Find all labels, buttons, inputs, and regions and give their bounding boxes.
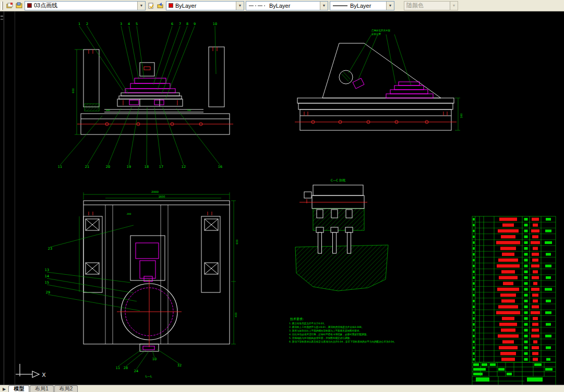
svg-text:600: 600 — [235, 239, 238, 244]
plan-view — [79, 192, 236, 351]
svg-text:13: 13 — [45, 268, 49, 272]
svg-text:X: X — [42, 372, 46, 378]
front-hatch-region — [85, 104, 99, 111]
svg-text:21: 21 — [85, 165, 89, 169]
svg-text:1600: 1600 — [159, 195, 165, 198]
plot-style-dropdown: 随颜色 ▼ — [404, 1, 458, 10]
svg-text:16: 16 — [218, 165, 222, 169]
svg-text:C—C 剖视: C—C 剖视 — [331, 178, 345, 182]
svg-text:安装位置: 安装位置 — [371, 33, 381, 35]
lineweight-sample-icon — [332, 4, 348, 8]
dynamic-annotations: 1234567891011212019181712162313141529112… — [42, 22, 556, 378]
dropdown-arrow-icon: ▼ — [450, 2, 458, 10]
svg-text:2. 两导轨上工作面的平行度≤0.01，两导轨的直线度允差全: 2. 两导轨上工作面的平行度≤0.01，两导轨的直线度允差全长0.008。 — [289, 325, 364, 329]
color-dropdown[interactable]: ByLayer ▼ — [166, 1, 244, 10]
svg-text:28: 28 — [124, 366, 128, 370]
svg-text:24: 24 — [134, 369, 138, 373]
layer-color-swatch — [27, 3, 32, 8]
dropdown-arrow-icon[interactable]: ▼ — [137, 2, 145, 10]
svg-text:1. 两立柱等高度允差不大于0.03。: 1. 两立柱等高度允差不大于0.03。 — [289, 322, 326, 325]
svg-text:5. 直线电机与传动机构连接牢固，并按图样规定进行调整。: 5. 直线电机与传动机构连接牢固，并按图样规定进行调整。 — [289, 336, 352, 340]
current-linetype-name: ByLayer — [269, 3, 320, 9]
svg-text:17: 17 — [159, 165, 163, 169]
current-layer-name: 03点画线 — [34, 2, 137, 9]
svg-text:29: 29 — [46, 290, 50, 295]
svg-text:19: 19 — [127, 165, 131, 169]
linetype-dropdown[interactable]: ByLayer ▼ — [246, 1, 328, 10]
svg-text:2000: 2000 — [151, 190, 159, 193]
svg-text:6: 6 — [171, 22, 173, 26]
svg-text:7: 7 — [179, 22, 181, 26]
svg-text:4. 丝杠传动必须灵活可靠，运转时不得有卡滞现象，必要时重新: 4. 丝杠传动必须灵活可靠，运转时不得有卡滞现象，必要时重新装配调整。 — [289, 333, 369, 336]
svg-text:15: 15 — [45, 280, 49, 285]
svg-text:11: 11 — [58, 165, 62, 169]
layer-properties-manager-icon[interactable] — [6, 2, 14, 9]
layer-dropdown[interactable]: 03点画线 ▼ — [25, 1, 146, 10]
current-color-name: ByLayer — [175, 3, 236, 9]
front-view — [75, 47, 233, 134]
tab-nav-icon[interactable]: ▶ — [2, 387, 8, 392]
svg-text:200: 200 — [127, 213, 131, 215]
svg-text:32: 32 — [177, 363, 182, 368]
layer-states-manager-icon[interactable] — [15, 2, 23, 9]
svg-text:L—L: L—L — [146, 374, 152, 378]
svg-text:6. 滑动下导轨基体以及压板定位基准方向允差0.04，安装下: 6. 滑动下导轨基体以及压板定位基准方向允差0.04，安装下导轨基体的水平方向的… — [289, 340, 396, 344]
svg-text:乙轴接近开关支架: 乙轴接近开关支架 — [371, 29, 391, 32]
dropdown-arrow-icon[interactable]: ▼ — [386, 2, 394, 10]
svg-text:23: 23 — [48, 247, 52, 251]
svg-text:5: 5 — [136, 22, 138, 26]
tab-model[interactable]: 模型 — [8, 385, 29, 392]
svg-text:14: 14 — [45, 274, 49, 278]
dropdown-arrow-icon[interactable]: ▼ — [236, 2, 244, 10]
ucs-icon — [16, 364, 39, 377]
svg-text:3. 滑座与滚珠丝杠上平面的横向导轨面与上平面垂直度按图样要: 3. 滑座与滚珠丝杠上平面的横向导轨面与上平面垂直度按图样要求。 — [289, 329, 362, 333]
layout-tab-bar: ▶ 模型 布局1 布局2 — [0, 385, 564, 392]
make-object-layer-current-icon[interactable] — [147, 2, 155, 9]
left-dock-edge — [1, 11, 15, 385]
svg-text:1: 1 — [78, 22, 80, 26]
svg-text:700: 700 — [187, 109, 191, 112]
svg-text:3: 3 — [120, 22, 122, 26]
layer-previous-icon[interactable] — [157, 2, 164, 9]
autocad-window: 03点画线 ▼ ByLayer ▼ ByLayer ▼ ByLayer ▼ — [0, 0, 564, 392]
svg-text:2: 2 — [86, 22, 88, 26]
section-view — [295, 185, 388, 291]
toolbar-grip[interactable] — [1, 2, 3, 10]
svg-text:650: 650 — [106, 109, 110, 112]
object-properties-toolbar: 03点画线 ▼ ByLayer ▼ ByLayer ▼ ByLayer ▼ — [0, 0, 564, 11]
svg-text:9: 9 — [194, 22, 196, 26]
linetype-sample-icon — [248, 4, 267, 8]
lineweight-dropdown[interactable]: ByLayer ▼ — [330, 1, 394, 10]
svg-text:4: 4 — [128, 22, 130, 26]
svg-text:600: 600 — [71, 88, 75, 93]
svg-text:8: 8 — [186, 22, 188, 26]
svg-text:400: 400 — [234, 312, 237, 317]
titleblock-text-blocks — [473, 363, 553, 382]
svg-text:10: 10 — [152, 357, 157, 361]
current-color-swatch — [169, 3, 173, 8]
svg-text:160: 160 — [460, 113, 463, 118]
svg-text:20: 20 — [106, 165, 110, 169]
tab-layout1[interactable]: 布局1 — [30, 385, 54, 392]
svg-text:12: 12 — [182, 165, 186, 169]
svg-text:10: 10 — [213, 22, 217, 26]
svg-text:11: 11 — [116, 366, 120, 370]
ground-hatch — [295, 245, 388, 291]
side-view — [295, 34, 460, 130]
current-plot-style-name: 随颜色 — [406, 2, 450, 9]
svg-text:技术要求:: 技术要求: — [290, 317, 304, 321]
tab-layout2[interactable]: 布局2 — [54, 385, 78, 392]
model-space-canvas[interactable]: 1234567891011212019181712162313141529112… — [0, 11, 564, 385]
dropdown-arrow-icon[interactable]: ▼ — [320, 2, 328, 10]
svg-text:18: 18 — [145, 165, 149, 169]
current-lineweight-name: ByLayer — [350, 3, 386, 9]
